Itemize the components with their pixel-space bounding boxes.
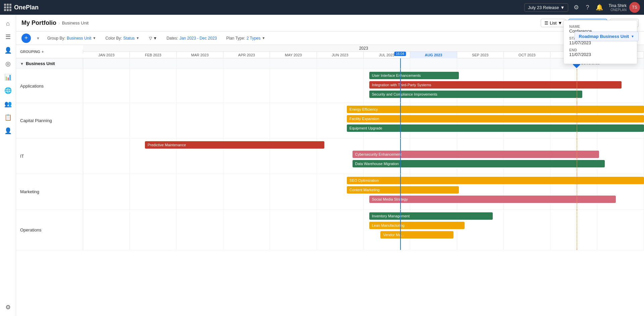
dates-filter[interactable]: Dates: Jan 2023 - Dec 2023 xyxy=(164,35,219,41)
bar-energy-efficiency[interactable]: Energy Efficiency xyxy=(347,106,644,113)
user-avatar[interactable]: TS xyxy=(629,2,640,13)
sidebar-settings-icon[interactable]: ⚙ xyxy=(2,301,14,313)
app-name: OnePlan xyxy=(14,4,39,11)
gantt-body: ▼ Business Unit Conference ApplicationsU… xyxy=(16,58,644,316)
bar-equipment-upgrade[interactable]: Equipment Upgrade xyxy=(347,124,644,132)
gantt-area: GROUPING + 2023 JAN 2023FEB 2023MAR 2023… xyxy=(16,45,644,316)
roadmap-panel[interactable]: Roadmap Business Unit ▼ xyxy=(575,32,639,41)
tooltip-end-label: End xyxy=(569,48,632,52)
user-area[interactable]: Tina Shirk ONEPLAN TS xyxy=(608,2,640,13)
today-line-row xyxy=(400,174,401,209)
dates-label: Dates: xyxy=(166,36,178,41)
timeline-operations: Inventory ManagementLean ManufacturingVe… xyxy=(83,210,644,250)
today-line-row xyxy=(400,69,401,103)
settings-icon[interactable]: ⚙ xyxy=(572,2,580,12)
bar-security-and-compliance-improvements[interactable]: Security and Compliance Improvements xyxy=(369,91,582,98)
gantt-header: GROUPING + 2023 JAN 2023FEB 2023MAR 2023… xyxy=(16,45,644,58)
bar-facility-expansion[interactable]: Facility Expansion xyxy=(347,115,644,122)
row-label-capital-planning: Capital Planning xyxy=(16,103,83,138)
grouping-sort-icon[interactable]: + xyxy=(42,50,44,54)
notification-icon[interactable]: 🔔 xyxy=(594,2,604,12)
month-cell-9: OCT 2023 xyxy=(504,52,550,58)
list-view-button[interactable]: ☰ List ▼ xyxy=(541,19,566,27)
breadcrumb-sub[interactable]: Business Unit xyxy=(62,20,89,25)
group-by-arrow: ▼ xyxy=(93,36,96,40)
months-row: JAN 2023FEB 2023MAR 2023APR 2023MAY 2023… xyxy=(83,52,644,58)
month-cell-7: AUG 2023 xyxy=(410,52,457,58)
milestone-dot-line xyxy=(577,103,577,138)
sidebar-report-icon[interactable]: 📋 xyxy=(2,111,14,123)
sidebar-tasks-icon[interactable]: ☰ xyxy=(2,31,14,43)
row-label-applications: Applications xyxy=(16,69,83,103)
group-label: Business Unit xyxy=(26,61,55,66)
today-badge: 16:04 xyxy=(394,52,406,56)
row-label-operations: Operations xyxy=(16,210,83,250)
bar-cybersecurity-enhancement[interactable]: Cybersecurity Enhancement xyxy=(353,151,599,158)
sidebar-team-icon[interactable]: 👥 xyxy=(2,98,14,110)
bar-user-interface-enhancements[interactable]: User Interface Enhancements xyxy=(369,72,459,79)
tooltip-name-label: Name xyxy=(569,24,632,29)
filter-bar: + ▼ Group By: Business Unit ▼ Color By: … xyxy=(16,32,644,45)
bar-vendor-ma...[interactable]: Vendor Ma... xyxy=(380,231,453,239)
release-button[interactable]: July 23 Release ▼ xyxy=(524,3,568,12)
dates-value: Jan 2023 - Dec 2023 xyxy=(179,36,217,41)
color-by-arrow: ▼ xyxy=(136,36,140,40)
secondary-bar: My Portfolio › Business Unit ☰ List ▼ 📅 … xyxy=(16,15,644,32)
group-row-business-unit[interactable]: ▼ Business Unit Conference xyxy=(16,58,644,69)
top-bar: OnePlan July 23 Release ▼ ⚙ ? 🔔 Tina Shi… xyxy=(0,0,644,15)
list-icon: ☰ xyxy=(544,20,548,25)
sidebar-home-icon[interactable]: ⌂ xyxy=(2,17,14,30)
release-label: July 23 Release xyxy=(528,5,559,10)
grid-icon xyxy=(4,4,11,11)
filter-icon-chip[interactable]: ▽ ▼ xyxy=(147,35,159,41)
portfolio-title[interactable]: My Portfolio xyxy=(21,19,56,27)
month-cell-4: MAY 2023 xyxy=(270,52,317,58)
bar-seo-optimization[interactable]: SEO Optimization xyxy=(347,177,644,184)
sidebar-chart-icon[interactable]: 📊 xyxy=(2,71,14,83)
milestone-dot-line xyxy=(577,174,577,209)
row-applications: ApplicationsUser Interface EnhancementsI… xyxy=(16,69,644,103)
color-by-value: Status xyxy=(123,36,135,41)
bar-integration-with-third-party-systems[interactable]: Integration with Third-Party Systems xyxy=(369,81,622,89)
bar-predictive-maintenance[interactable]: Predictive Maintenance xyxy=(145,141,324,149)
roadmap-panel-title: Roadmap Business Unit xyxy=(579,34,629,39)
milestone-dot-line xyxy=(577,139,577,174)
month-cell-3: APR 2023 xyxy=(223,52,270,58)
group-chevron: ▼ xyxy=(20,62,24,66)
month-cell-8: SEP 2023 xyxy=(457,52,504,58)
bar-data-warehouse-migration[interactable]: Data Warehouse Migration xyxy=(353,160,605,167)
plan-type-filter[interactable]: Plan Type: 2 Types ▼ xyxy=(224,35,267,41)
group-by-filter[interactable]: Group By: Business Unit ▼ xyxy=(45,35,98,41)
bar-inventory-management[interactable]: Inventory Management xyxy=(369,212,493,220)
today-line xyxy=(400,58,401,69)
today-line-row xyxy=(400,139,401,174)
tooltip-popup: Name Conference Start 11/07/2023 End 11/… xyxy=(564,20,637,64)
sidebar-user-icon[interactable]: 👤 xyxy=(2,125,14,137)
sidebar-globe-icon[interactable]: 🌐 xyxy=(2,85,14,97)
add-button[interactable]: + xyxy=(21,34,31,43)
help-icon[interactable]: ? xyxy=(584,3,590,12)
sidebar-target-icon[interactable]: ◎ xyxy=(2,58,14,70)
release-dropdown-icon: ▼ xyxy=(560,5,565,10)
timeline-it: Predictive MaintenanceCybersecurity Enha… xyxy=(83,139,644,174)
user-org: ONEPLAN xyxy=(608,8,627,12)
bar-lean-manufacturing[interactable]: Lean Manufacturing xyxy=(369,222,465,229)
roadmap-panel-arrow: ▼ xyxy=(631,35,634,38)
milestone-dot-line xyxy=(577,69,577,103)
timeline-marketing: SEO OptimizationContent MarketingSocial … xyxy=(83,174,644,209)
group-timeline: Conference xyxy=(83,58,644,69)
grouping-label: GROUPING + xyxy=(16,50,83,54)
bar-social-media-strategy[interactable]: Social Media Strategy xyxy=(369,196,616,203)
timeline-capital-planning: Energy EfficiencyFacility ExpansionEquip… xyxy=(83,103,644,138)
month-cell-0: JAN 2023 xyxy=(83,52,130,58)
month-cell-2: MAR 2023 xyxy=(177,52,223,58)
row-operations: OperationsInventory ManagementLean Manuf… xyxy=(16,210,644,250)
user-name: Tina Shirk xyxy=(608,3,627,8)
bar-content-marketing[interactable]: Content Marketing xyxy=(347,186,459,194)
app-logo[interactable]: OnePlan xyxy=(4,4,39,11)
plan-type-arrow: ▼ xyxy=(262,36,265,40)
grouping-text: GROUPING xyxy=(20,50,40,54)
year-row: 2023 xyxy=(83,45,644,52)
sidebar-person-icon[interactable]: 👤 xyxy=(2,44,14,56)
color-by-filter[interactable]: Color By: Status ▼ xyxy=(103,35,141,41)
